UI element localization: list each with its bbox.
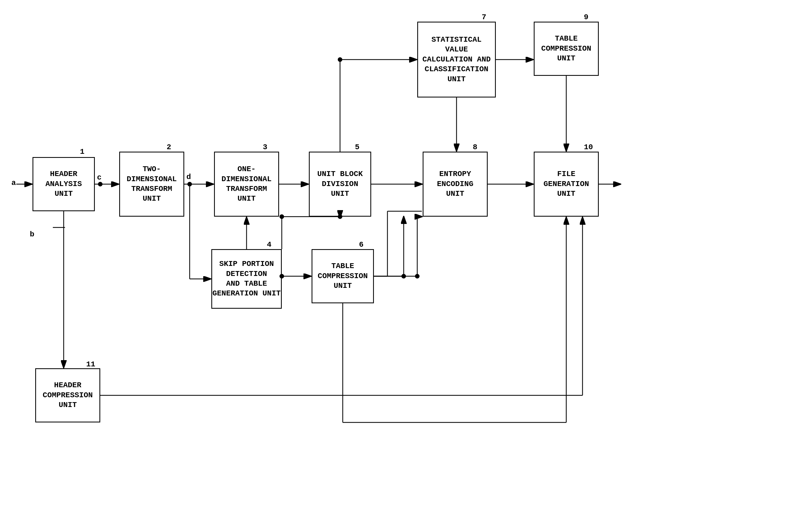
arrows-svg <box>0 0 812 508</box>
label-c: c <box>97 173 102 182</box>
num-4: 4 <box>267 241 272 249</box>
block-1: HEADER ANALYSIS UNIT <box>33 157 95 211</box>
num-5: 5 <box>355 143 360 152</box>
label-b: b <box>30 230 34 239</box>
block-8: ENTROPY ENCODING UNIT <box>423 152 488 217</box>
num-8: 8 <box>473 143 477 152</box>
num-10: 10 <box>584 143 593 152</box>
block-5: UNIT BLOCK DIVISION UNIT <box>309 152 371 217</box>
num-9: 9 <box>584 13 588 22</box>
num-1: 1 <box>80 147 85 156</box>
label-a: a <box>11 179 16 187</box>
num-11: 11 <box>86 360 95 369</box>
svg-point-40 <box>415 274 419 279</box>
diagram: HEADER ANALYSIS UNIT TWO- DIMENSIONAL TR… <box>0 0 812 508</box>
num-7: 7 <box>482 13 486 22</box>
block-9: TABLE COMPRESSION UNIT <box>534 22 599 76</box>
block-11: HEADER COMPRESSION UNIT <box>35 368 100 422</box>
svg-point-38 <box>338 57 342 62</box>
label-d: d <box>187 173 191 181</box>
block-6: TABLE COMPRESSION UNIT <box>312 249 374 303</box>
block-3: ONE- DIMENSIONAL TRANSFORM UNIT <box>214 152 279 217</box>
num-6: 6 <box>359 241 364 249</box>
svg-point-21 <box>402 274 406 279</box>
num-2: 2 <box>167 143 171 152</box>
svg-point-6 <box>188 182 192 186</box>
svg-point-4 <box>98 182 103 186</box>
block-10: FILE GENERATION UNIT <box>534 152 599 217</box>
block-2: TWO- DIMENSIONAL TRANSFORM UNIT <box>119 152 184 217</box>
block-4: SKIP PORTION DETECTION AND TABLE GENERAT… <box>211 249 282 309</box>
block-7: STATISTICAL VALUE CALCULATION AND CLASSI… <box>417 22 496 97</box>
num-3: 3 <box>263 143 268 152</box>
svg-point-26 <box>280 214 284 219</box>
